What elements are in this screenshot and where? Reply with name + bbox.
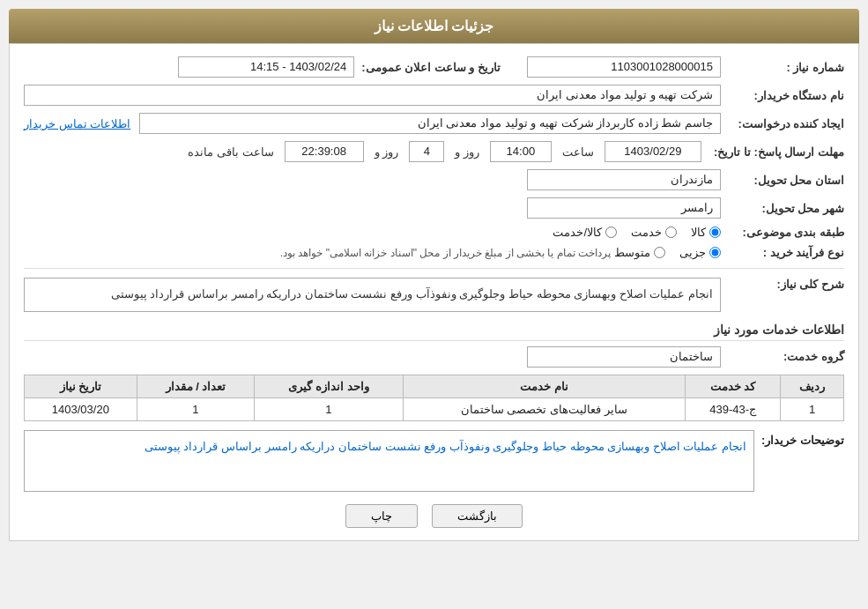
page-title: جزئیات اطلاعات نیاز [375,19,494,33]
col-header-unit: واحد اندازه گیری [255,375,403,397]
action-buttons: بازگشت چاپ [24,504,844,528]
deadline-time-label: ساعت [557,144,599,160]
announce-datetime-value: 1403/02/24 - 14:15 [178,56,354,78]
purchase-type-label: نوع فرآیند خرید : [721,246,844,259]
services-section-title: اطلاعات خدمات مورد نیاز [24,323,844,341]
general-desc-label: شرح کلی نیاز: [721,278,844,291]
requester-org-value: شرکت تهیه و تولید مواد معدنی ایران [24,85,721,106]
category-option-kala[interactable]: کالا [691,226,721,239]
cell-service-name: سایر فعالیت‌های تخصصی ساختمان [403,397,685,420]
purchase-type-option-mottavas[interactable]: متوسط [614,246,665,259]
print-button[interactable]: چاپ [345,504,418,528]
deadline-time: 14:00 [490,141,552,162]
col-header-row-num: ردیف [781,375,844,397]
col-header-date: تاریخ نیاز [25,375,137,397]
buyer-notes-label: توضیحات خریدار: [761,430,844,447]
deadline-remaining-label: ساعت باقی مانده [182,144,278,160]
services-table: ردیف کد خدمت نام خدمت واحد اندازه گیری ت… [24,375,844,421]
deadline-days: 4 [409,141,444,162]
province-label: استان محل تحویل: [721,174,844,187]
category-option-kala-khedmat[interactable]: کالا/خدمت [553,226,617,239]
category-option-khedmat[interactable]: خدمت [631,226,677,239]
col-header-service-name: نام خدمت [403,375,685,397]
city-value: رامسر [527,197,721,219]
contact-link[interactable]: اطلاعات تماس خریدار [24,117,130,130]
cell-row-num: 1 [781,397,844,420]
cell-quantity: 1 [137,397,255,420]
col-header-quantity: تعداد / مقدار [137,375,255,397]
col-header-service-code: کد خدمت [685,375,781,397]
cell-date: 1403/03/20 [25,397,137,420]
deadline-remaining-label-before: روز و [369,144,404,160]
province-value: مازندران [527,169,721,190]
category-radio-group: کالا خدمت کالا/خدمت [553,226,721,239]
cell-service-code: ج-43-439 [685,397,781,420]
buyer-notes-value: انجام عملیات اصلاح وبهسازی محوطه حیاط وج… [24,430,754,492]
deadline-label: مهلت ارسال پاسخ: تا تاریخ: [707,145,844,159]
purchase-type-note: پرداخت تمام یا بخشی از مبلغ خریدار از مح… [280,247,611,259]
city-label: شهر محل تحویل: [721,202,844,215]
announce-datetime-label: تاریخ و ساعت اعلان عمومی: [354,61,501,74]
back-button[interactable]: بازگشت [432,504,523,528]
general-desc-value: انجام عملیات اصلاح وبهسازی محوطه حیاط وج… [24,278,721,312]
purchase-type-option-jozee[interactable]: جزیی [679,246,721,259]
creator-label: ایجاد کننده درخواست: [721,117,844,130]
cell-unit: 1 [255,397,403,420]
deadline-days-label: روز و [449,144,485,160]
need-number-value: 1103001028000015 [527,56,721,78]
deadline-date: 1403/02/29 [605,141,701,162]
deadline-remaining: 22:39:08 [285,141,364,162]
purchase-type-radio-group: جزیی متوسط [614,246,721,259]
creator-value: جاسم شط زاده کاربرداز شرکت تهیه و تولید … [139,113,721,134]
table-row: 1 ج-43-439 سایر فعالیت‌های تخصصی ساختمان… [25,397,844,420]
page-header: جزئیات اطلاعات نیاز [9,9,859,43]
need-number-label: شماره نیاز : [721,61,844,74]
service-group-label: گروه خدمت: [721,350,844,363]
category-label: طبقه بندی موضوعی: [721,226,844,239]
requester-org-label: نام دستگاه خریدار: [721,89,844,102]
service-group-value: ساختمان [527,346,721,368]
